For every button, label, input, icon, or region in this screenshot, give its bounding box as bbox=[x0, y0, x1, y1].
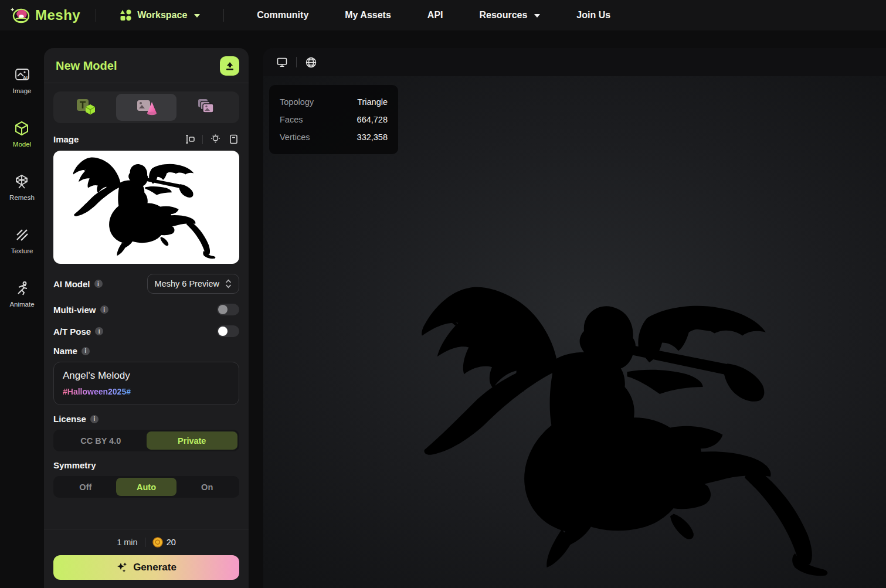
stats-row: Topology Triangle bbox=[280, 93, 388, 111]
mesh-stats-card: Topology Triangle Faces 664,728 Vertices… bbox=[269, 85, 398, 154]
multi-view-toggle[interactable] bbox=[217, 304, 239, 315]
chevron-down-icon bbox=[534, 14, 540, 18]
angel-statue-render bbox=[410, 281, 850, 582]
chevron-up-down-icon bbox=[225, 279, 232, 288]
wireframe-globe-icon[interactable] bbox=[305, 56, 317, 69]
info-icon bbox=[94, 280, 103, 288]
nav-api[interactable]: API bbox=[419, 5, 452, 25]
info-icon bbox=[100, 305, 108, 314]
multi-image-to-3d-icon bbox=[195, 97, 219, 117]
license-label: License bbox=[53, 414, 86, 424]
toolbar-divider bbox=[296, 57, 297, 67]
chevron-down-icon bbox=[194, 14, 200, 18]
remesh-icon bbox=[13, 174, 30, 190]
symmetry-option-off[interactable]: Off bbox=[55, 478, 116, 496]
image-to-3d-icon bbox=[135, 97, 158, 117]
faces-label: Faces bbox=[280, 115, 303, 124]
running-figure-icon bbox=[14, 280, 30, 297]
cube-icon bbox=[13, 120, 30, 137]
tab-text-to-3d[interactable] bbox=[56, 94, 116, 121]
nav-my-assets[interactable]: My Assets bbox=[337, 5, 399, 25]
info-icon bbox=[82, 347, 90, 355]
ai-model-label: AI Model bbox=[53, 279, 90, 289]
rail-item-texture[interactable]: Texture bbox=[11, 227, 33, 254]
input-image-thumbnail[interactable] bbox=[53, 151, 239, 264]
tool-divider bbox=[202, 135, 203, 144]
rail-item-remesh[interactable]: Remesh bbox=[9, 174, 35, 201]
vertices-value: 332,358 bbox=[357, 132, 388, 142]
tab-image-to-3d[interactable] bbox=[116, 94, 176, 121]
meshy-logo[interactable]: Meshy bbox=[11, 6, 80, 25]
panel-title: New Model bbox=[56, 59, 117, 73]
nav-community[interactable]: Community bbox=[249, 5, 317, 25]
time-estimate: 1 min bbox=[117, 538, 137, 547]
rail-item-animate[interactable]: Animate bbox=[9, 280, 34, 308]
brand-name: Meshy bbox=[35, 7, 80, 23]
viewport-toolbar bbox=[263, 48, 886, 76]
name-label: Name bbox=[53, 346, 77, 356]
workspace-shapes-icon bbox=[120, 9, 133, 22]
license-option-private[interactable]: Private bbox=[147, 431, 238, 450]
upload-icon bbox=[225, 62, 235, 71]
topology-value: Triangle bbox=[357, 97, 388, 107]
name-value: Angel's Melody bbox=[63, 370, 230, 382]
generate-button[interactable]: Generate bbox=[53, 555, 239, 580]
guide-book-icon[interactable] bbox=[228, 134, 239, 145]
symmetry-option-auto[interactable]: Auto bbox=[116, 478, 177, 496]
nav-join-us[interactable]: Join Us bbox=[568, 5, 619, 25]
symmetry-option-on[interactable]: On bbox=[176, 478, 237, 496]
cost-divider bbox=[145, 538, 145, 547]
text-to-3d-icon bbox=[74, 97, 98, 117]
name-input[interactable]: Angel's Melody #Halloween2025# bbox=[53, 362, 239, 405]
topology-label: Topology bbox=[280, 97, 314, 107]
dimension-tool-icon[interactable] bbox=[184, 134, 195, 145]
sketch-angel-image bbox=[59, 152, 235, 263]
symmetry-label: Symmetry bbox=[53, 460, 96, 470]
display-mode-icon[interactable] bbox=[276, 56, 288, 68]
tips-lightbulb-icon[interactable] bbox=[210, 134, 221, 145]
image-ai-icon: AI bbox=[14, 67, 30, 83]
license-option-cc-by[interactable]: CC BY 4.0 bbox=[55, 431, 147, 450]
nav-resources[interactable]: Resources bbox=[471, 5, 549, 25]
ai-model-select[interactable]: Meshy 6 Preview bbox=[147, 274, 239, 294]
top-nav: Meshy Workspace Community My Assets API … bbox=[0, 0, 886, 30]
nav-divider bbox=[96, 9, 96, 22]
at-pose-label: A/T Pose bbox=[53, 327, 91, 337]
sparkles-icon bbox=[116, 562, 128, 573]
nav-divider bbox=[223, 9, 224, 22]
3d-viewport[interactable]: Topology Triangle Faces 664,728 Vertices… bbox=[263, 48, 886, 588]
tab-multi-image-to-3d[interactable] bbox=[176, 94, 237, 121]
stats-row: Faces 664,728 bbox=[280, 111, 388, 128]
left-rail: AI Image Model Remesh Texture Animate bbox=[0, 30, 44, 588]
mode-tabs bbox=[53, 91, 239, 123]
faces-value: 664,728 bbox=[357, 115, 388, 124]
credit-cost: 20 bbox=[167, 538, 176, 547]
meshy-logo-icon bbox=[11, 6, 30, 25]
vertices-label: Vertices bbox=[280, 132, 310, 142]
texture-hatch-icon bbox=[14, 227, 30, 243]
credit-coin-icon bbox=[152, 537, 163, 548]
rail-item-model[interactable]: Model bbox=[13, 120, 31, 148]
symmetry-segmented-control: Off Auto On bbox=[53, 476, 239, 498]
svg-text:AI: AI bbox=[23, 75, 28, 80]
info-icon bbox=[90, 415, 99, 423]
name-hashtag: #Halloween2025# bbox=[63, 387, 131, 396]
info-icon bbox=[95, 327, 103, 335]
angel-3d-model[interactable] bbox=[410, 281, 850, 582]
at-pose-toggle[interactable] bbox=[217, 325, 239, 337]
toggle-knob bbox=[218, 305, 228, 314]
new-model-panel: New Model bbox=[44, 48, 249, 588]
multi-view-label: Multi-view bbox=[53, 305, 96, 315]
rail-item-image[interactable]: AI Image bbox=[13, 67, 32, 94]
image-section-label: Image bbox=[53, 134, 79, 144]
license-segmented-control: CC BY 4.0 Private bbox=[53, 430, 239, 451]
toggle-knob bbox=[218, 327, 228, 336]
upload-button[interactable] bbox=[220, 56, 239, 76]
nav-workspace[interactable]: Workspace bbox=[111, 4, 208, 26]
generate-label: Generate bbox=[133, 562, 176, 573]
stats-row: Vertices 332,358 bbox=[280, 128, 388, 146]
ai-model-value: Meshy 6 Preview bbox=[155, 279, 219, 288]
nav-workspace-label: Workspace bbox=[137, 10, 187, 21]
